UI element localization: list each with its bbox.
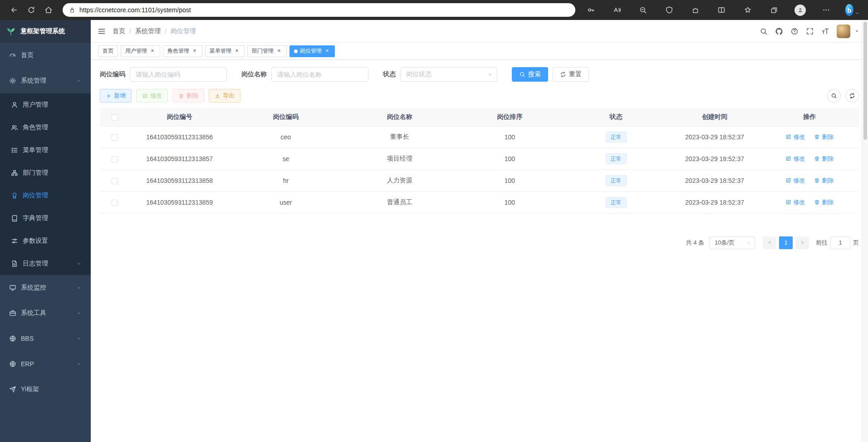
export-button[interactable]: 导出: [209, 89, 240, 103]
post-name-input[interactable]: [271, 67, 368, 82]
sidebar-item-erp[interactable]: ERP: [0, 351, 91, 377]
tab-post-mgmt[interactable]: 岗位管理 ×: [289, 45, 335, 57]
sidebar-item-bbs[interactable]: BBS: [0, 326, 91, 351]
tab-home[interactable]: 首页: [98, 45, 118, 57]
sidebar-item-monitor[interactable]: 系统监控: [0, 275, 91, 300]
sidebar-item-user-mgmt[interactable]: 用户管理: [0, 93, 91, 116]
edit-icon: [785, 134, 791, 140]
split-screen-icon[interactable]: [714, 3, 729, 17]
sidebar-item-tools[interactable]: 系统工具: [0, 300, 91, 326]
sidebar-item-home[interactable]: 首页: [0, 43, 91, 68]
sidebar-item-label: 系统管理: [21, 77, 46, 85]
breadcrumb-system[interactable]: 系统管理: [135, 27, 161, 35]
breadcrumb: 首页 / 系统管理 / 岗位管理: [113, 27, 196, 35]
chevron-down-icon: [76, 336, 82, 341]
fullscreen-icon[interactable]: [806, 27, 814, 35]
browser-back-button[interactable]: [6, 2, 22, 18]
tab-role-mgmt[interactable]: 角色管理 ×: [163, 45, 202, 57]
next-page-button[interactable]: [795, 236, 809, 249]
row-checkbox[interactable]: [112, 200, 118, 206]
address-bar[interactable]: https://ccnetcore.com:1101/system/post: [63, 3, 575, 17]
header-search-icon[interactable]: [760, 27, 768, 35]
active-tab-dot: [294, 49, 298, 53]
sidebar-item-param-settings[interactable]: 参数设置: [0, 230, 91, 252]
sidebar-item-dict-mgmt[interactable]: 字典管理: [0, 207, 91, 230]
tab-dept-mgmt[interactable]: 部门管理 ×: [247, 45, 287, 57]
favorites-icon[interactable]: [740, 3, 755, 17]
column-header-post-code: 岗位编码: [229, 108, 343, 126]
cell-post-name: 普通员工: [343, 192, 456, 213]
status-select[interactable]: 岗位状态: [400, 67, 497, 82]
sidebar-item-role-mgmt[interactable]: 角色管理: [0, 116, 91, 139]
prev-page-button[interactable]: [763, 236, 776, 249]
column-header-post-id: 岗位编号: [130, 108, 229, 126]
pagination: 共 4 条 10条/页 1 前往 页: [100, 236, 859, 249]
help-icon[interactable]: [790, 27, 799, 35]
read-aloud-icon[interactable]: [610, 3, 624, 17]
row-delete-link[interactable]: 删除: [814, 155, 834, 163]
vertical-scrollbar[interactable]: [862, 20, 868, 442]
sidebar-menu: 首页 系统管理 用户管理 角色管理 菜单管理: [0, 43, 91, 402]
column-header-created: 创建时间: [669, 108, 760, 126]
edit-button[interactable]: 修改: [136, 89, 168, 103]
sidebar-item-menu-mgmt[interactable]: 菜单管理: [0, 139, 91, 162]
tab-user-mgmt[interactable]: 用户管理 ×: [121, 45, 160, 57]
refresh-table-button[interactable]: [845, 89, 859, 103]
browser-profile-icon[interactable]: [793, 3, 808, 17]
row-edit-link[interactable]: 修改: [785, 177, 805, 185]
row-delete-link[interactable]: 删除: [814, 133, 834, 141]
tab-close-icon[interactable]: ×: [324, 48, 330, 54]
tab-close-icon[interactable]: ×: [276, 48, 282, 54]
reset-button[interactable]: 重置: [553, 67, 589, 82]
tracking-shield-icon[interactable]: [662, 3, 677, 17]
row-edit-link[interactable]: 修改: [785, 133, 805, 141]
font-size-icon[interactable]: [821, 27, 829, 35]
search-button[interactable]: 搜索: [512, 67, 548, 82]
page-size-select[interactable]: 10条/页: [710, 236, 755, 249]
password-key-icon[interactable]: [584, 3, 598, 17]
sidebar-item-log-mgmt[interactable]: 日志管理: [0, 252, 91, 275]
cell-post-id: 1641030593112313857: [130, 148, 229, 170]
edit-icon: [785, 156, 791, 162]
tab-close-icon[interactable]: ×: [149, 48, 156, 54]
row-edit-link[interactable]: 修改: [785, 198, 805, 206]
sidebar-item-yi-framework[interactable]: Yi框架: [0, 377, 91, 402]
bing-copilot-icon[interactable]: b: [845, 3, 860, 17]
document-icon: [11, 260, 18, 267]
extensions-icon[interactable]: [688, 3, 703, 17]
tab-close-icon[interactable]: ×: [234, 48, 240, 54]
page-number-1[interactable]: 1: [779, 236, 793, 249]
zoom-icon[interactable]: [636, 3, 650, 17]
github-icon[interactable]: [775, 27, 783, 35]
sidebar-item-post-mgmt[interactable]: 岗位管理: [0, 184, 91, 207]
row-edit-link[interactable]: 修改: [785, 155, 805, 163]
cell-created: 2023-03-29 18:52:37: [669, 192, 760, 213]
user-menu-caret-icon[interactable]: [854, 28, 860, 34]
sidebar-item-system[interactable]: 系统管理: [0, 68, 91, 93]
row-delete-link[interactable]: 删除: [814, 177, 834, 185]
row-checkbox[interactable]: [112, 156, 118, 162]
row-checkbox[interactable]: [112, 134, 118, 141]
breadcrumb-home[interactable]: 首页: [113, 27, 125, 35]
select-all-checkbox[interactable]: [112, 114, 118, 121]
tab-menu-mgmt[interactable]: 菜单管理 ×: [205, 45, 245, 57]
sidebar-submenu-system: 用户管理 角色管理 菜单管理 部门管理 岗位管理: [0, 93, 91, 275]
browser-menu-icon[interactable]: [819, 3, 834, 17]
sidebar-toggle-button[interactable]: [97, 27, 106, 36]
table-row: 1641030593112313856 ceo 董事长 100 正常 2023-…: [100, 126, 859, 148]
scrollbar-thumb[interactable]: [863, 22, 867, 140]
row-delete-link[interactable]: 删除: [814, 198, 834, 206]
collections-icon[interactable]: [767, 3, 781, 17]
add-button[interactable]: 新增: [100, 89, 132, 103]
goto-page-input[interactable]: [830, 236, 850, 249]
toggle-search-button[interactable]: [827, 89, 841, 103]
post-code-input[interactable]: [130, 67, 227, 82]
browser-refresh-button[interactable]: [24, 2, 39, 18]
row-checkbox[interactable]: [112, 178, 118, 184]
tab-label: 首页: [103, 47, 113, 55]
delete-button[interactable]: 删除: [172, 89, 204, 103]
tab-close-icon[interactable]: ×: [191, 48, 198, 54]
user-avatar[interactable]: [837, 25, 850, 38]
browser-home-button[interactable]: [41, 2, 56, 18]
sidebar-item-dept-mgmt[interactable]: 部门管理: [0, 162, 91, 184]
